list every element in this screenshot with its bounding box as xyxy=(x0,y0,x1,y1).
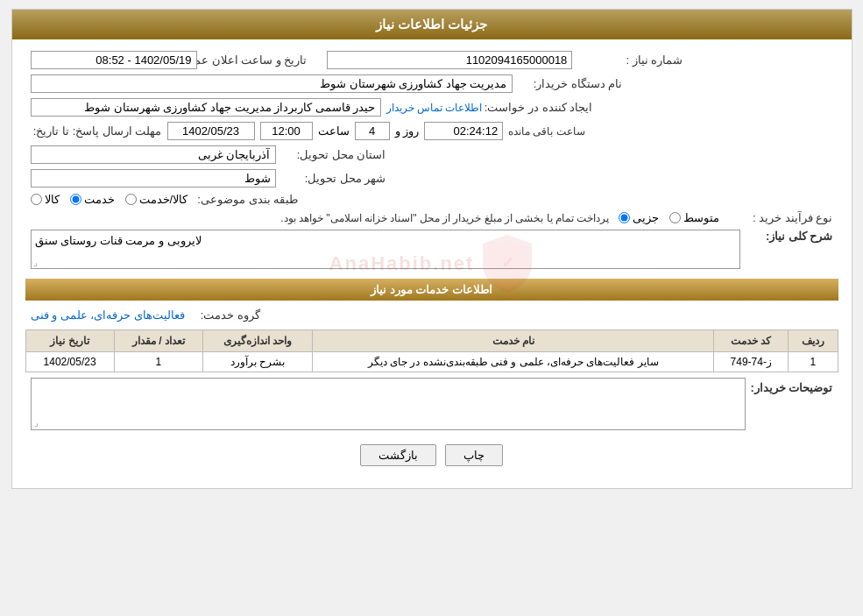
footer-buttons: چاپ بازگشت xyxy=(25,435,838,479)
province-value: آذربایجان غربی xyxy=(31,145,276,164)
creator-value: حیدر قاسمی کاربرداز مدیریت جهاد کشاورزی … xyxy=(31,98,381,117)
category-kala-label: کالا xyxy=(45,193,60,206)
buyer-org-row: نام دستگاه خریدار: مدیریت جهاد کشاورزی ش… xyxy=(25,72,838,96)
page-header: جزئیات اطلاعات نیاز xyxy=(12,10,852,39)
announce-date-label: تاریخ و ساعت اعلان عمومی: xyxy=(202,53,308,67)
process-jazei-item[interactable]: جزیی xyxy=(619,211,659,224)
cell-quantity: 1 xyxy=(114,352,202,372)
process-radio-group: متوسط جزیی xyxy=(619,211,719,224)
need-description-row: شرح کلی نیاز: لایروبی و مرمت قنات روستای… xyxy=(25,227,838,272)
table-row: 1 ز-74-749 سایر فعالیت‌های حرفه‌ای، علمی… xyxy=(25,352,838,372)
category-row: طبقه بندی موضوعی: کالا/خدمت خدمت کالا xyxy=(25,190,838,209)
category-khadamat-label: خدمت xyxy=(84,193,115,206)
process-label: نوع فرآیند خرید : xyxy=(728,211,833,224)
process-motavasset-radio[interactable] xyxy=(669,212,681,223)
need-number-row: شماره نیاز : 1102094165000018 تاریخ و سا… xyxy=(25,48,838,72)
group-value[interactable]: فعالیت‌های حرفه‌ای، علمی و فنی xyxy=(31,308,185,322)
buyer-description-label: توضیحات خریدار: xyxy=(751,378,833,394)
deadline-days: 4 xyxy=(355,122,390,140)
category-kala-khadamat-item[interactable]: کالا/خدمت xyxy=(125,193,188,206)
category-label: طبقه بندی موضوعی: xyxy=(193,193,298,206)
city-value: شوط xyxy=(31,169,276,188)
services-section-title: اطلاعات خدمات مورد نیاز xyxy=(25,279,838,301)
header-title: جزئیات اطلاعات نیاز xyxy=(376,17,487,32)
col-service-name: نام خدمت xyxy=(313,330,714,352)
need-number-label: شماره نیاز : xyxy=(577,53,683,67)
cell-row-num: 1 xyxy=(789,352,838,372)
category-kala-item[interactable]: کالا xyxy=(31,193,60,206)
remaining-label: ساعت باقی مانده xyxy=(508,125,585,138)
content-area: ✓ AnaHabib.net شماره نیاز : 110209416500… xyxy=(12,39,852,488)
need-description-box: لایروبی و مرمت قنات روستای سنق xyxy=(31,230,740,269)
need-description-label: شرح کلی نیاز: xyxy=(746,230,833,243)
city-row: شهر محل تحویل: شوط xyxy=(25,166,838,190)
cell-service-name: سایر فعالیت‌های حرفه‌ای، علمی و فنی طبقه… xyxy=(313,352,714,372)
col-row-num: ردیف xyxy=(789,330,838,352)
cell-service-code: ز-74-749 xyxy=(714,352,789,372)
print-button[interactable]: چاپ xyxy=(445,444,503,466)
process-jazei-radio[interactable] xyxy=(619,212,630,223)
buyer-org-value: مدیریت جهاد کشاورزی شهرستان شوط xyxy=(31,74,513,93)
deadline-label: مهلت ارسال پاسخ: تا تاریخ: xyxy=(31,124,162,138)
deadline-date: 1402/05/23 xyxy=(167,122,255,140)
col-unit: واحد اندازه‌گیری xyxy=(202,330,312,352)
buyer-org-label: نام دستگاه خریدار: xyxy=(518,77,623,90)
deadline-row: ساعت باقی مانده 02:24:12 روز و 4 ساعت 12… xyxy=(25,119,838,143)
category-kala-radio[interactable] xyxy=(31,194,42,205)
category-khadamat-item[interactable]: خدمت xyxy=(70,193,115,206)
city-label: شهر محل تحویل: xyxy=(281,172,386,185)
process-motavasset-item[interactable]: متوسط xyxy=(669,211,719,224)
buyer-description-box xyxy=(31,378,746,430)
cell-unit: بشرح برآورد xyxy=(202,352,312,372)
announce-date-value: 1402/05/19 - 08:52 xyxy=(31,51,197,69)
process-type-row: نوع فرآیند خرید : متوسط جزیی پرداخت تمام… xyxy=(25,209,838,227)
deadline-time: 12:00 xyxy=(260,122,313,140)
creator-label: ایجاد کننده در خواست: xyxy=(487,101,592,114)
group-label: گروه خدمت: xyxy=(190,308,260,322)
category-radio-group: کالا/خدمت خدمت کالا xyxy=(31,193,188,206)
services-table-body: 1 ز-74-749 سایر فعالیت‌های حرفه‌ای، علمی… xyxy=(25,352,838,372)
process-jazei-label: جزیی xyxy=(633,211,659,224)
category-khadamat-radio[interactable] xyxy=(70,194,81,205)
buyer-description-row: توضیحات خریدار: xyxy=(25,372,838,435)
cell-date: 1402/05/23 xyxy=(25,352,114,372)
creator-row: ایجاد کننده در خواست: اطلاعات تماس خریدا… xyxy=(25,96,838,119)
category-kala-khadamat-label: کالا/خدمت xyxy=(139,193,188,206)
services-table-header: ردیف کد خدمت نام خدمت واحد اندازه‌گیری ت… xyxy=(25,330,838,352)
process-motavasset-label: متوسط xyxy=(683,211,719,224)
col-service-code: کد خدمت xyxy=(714,330,789,352)
province-row: استان محل تحویل: آذربایجان غربی xyxy=(25,143,838,166)
back-button[interactable]: بازگشت xyxy=(360,444,436,466)
col-date: تاریخ نیاز xyxy=(25,330,114,352)
services-table: ردیف کد خدمت نام خدمت واحد اندازه‌گیری ت… xyxy=(25,329,838,372)
days-unit-label: روز و xyxy=(395,124,420,138)
services-header-row: ردیف کد خدمت نام خدمت واحد اندازه‌گیری ت… xyxy=(25,330,838,352)
main-container: جزئیات اطلاعات نیاز ✓ AnaHabib.net شماره… xyxy=(11,9,852,489)
group-service-row: گروه خدمت: فعالیت‌های حرفه‌ای، علمی و فن… xyxy=(25,306,838,324)
process-desc: پرداخت تمام یا بخشی از مبلغ خریدار از مح… xyxy=(31,212,610,224)
category-kala-khadamat-radio[interactable] xyxy=(125,194,137,205)
col-quantity: تعداد / مقدار xyxy=(114,330,202,352)
need-number-value: 1102094165000018 xyxy=(327,51,572,69)
time-label: ساعت xyxy=(318,124,350,138)
province-label: استان محل تحویل: xyxy=(281,148,386,161)
contact-link[interactable]: اطلاعات تماس خریدار xyxy=(386,102,483,114)
need-description-text: لایروبی و مرمت قنات روستای سنق xyxy=(31,230,740,269)
remaining-time: 02:24:12 xyxy=(424,122,503,140)
